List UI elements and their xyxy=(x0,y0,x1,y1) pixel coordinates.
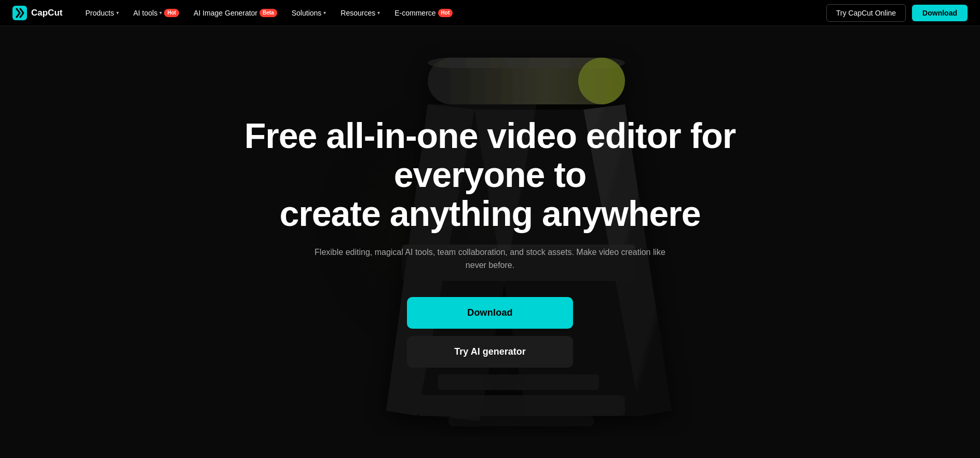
chevron-down-icon: ▾ xyxy=(377,10,380,16)
svg-rect-9 xyxy=(417,395,625,416)
svg-rect-2 xyxy=(428,58,625,104)
svg-rect-4 xyxy=(578,58,625,104)
nav-right: Try CapCut Online Download xyxy=(826,4,968,22)
chevron-down-icon: ▾ xyxy=(159,10,162,16)
hero-ai-generator-button[interactable]: Try AI generator xyxy=(407,336,573,368)
hero-title: Free all-in-one video editor for everyon… xyxy=(199,116,781,233)
capcut-logo-icon xyxy=(12,6,27,20)
beta-badge: Beta xyxy=(260,9,277,17)
chevron-down-icon: ▾ xyxy=(116,10,119,16)
svg-rect-10 xyxy=(448,416,594,426)
nav-links: Products ▾ AI tools ▾ Hot AI Image Gener… xyxy=(79,6,826,20)
logo-text: CapCut xyxy=(31,8,62,18)
nav-item-ai-tools[interactable]: AI tools ▾ Hot xyxy=(127,6,185,20)
hot-badge-ecommerce: Hot xyxy=(438,9,453,17)
hero-content: Free all-in-one video editor for everyon… xyxy=(179,116,801,368)
hero-section: Free all-in-one video editor for everyon… xyxy=(0,0,980,458)
nav-item-solutions[interactable]: Solutions ▾ xyxy=(285,6,333,20)
hero-cta-buttons: Download Try AI generator xyxy=(407,297,573,368)
svg-rect-3 xyxy=(428,58,625,68)
nav-item-products[interactable]: Products ▾ xyxy=(79,6,125,20)
chevron-down-icon: ▾ xyxy=(323,10,326,16)
hero-download-button[interactable]: Download xyxy=(407,297,573,329)
logo[interactable]: CapCut xyxy=(12,6,62,20)
hero-subtitle: Flexible editing, magical AI tools, team… xyxy=(314,246,666,272)
nav-download-button[interactable]: Download xyxy=(912,5,968,21)
nav-item-ecommerce[interactable]: E-commerce Hot xyxy=(388,6,459,20)
hot-badge: Hot xyxy=(164,9,179,17)
nav-item-ai-image-generator[interactable]: AI Image Generator Beta xyxy=(187,6,283,20)
navbar: CapCut Products ▾ AI tools ▾ Hot AI Imag… xyxy=(0,0,980,26)
try-capcut-online-button[interactable]: Try CapCut Online xyxy=(826,4,906,22)
svg-rect-13 xyxy=(438,374,599,390)
nav-item-resources[interactable]: Resources ▾ xyxy=(334,6,386,20)
